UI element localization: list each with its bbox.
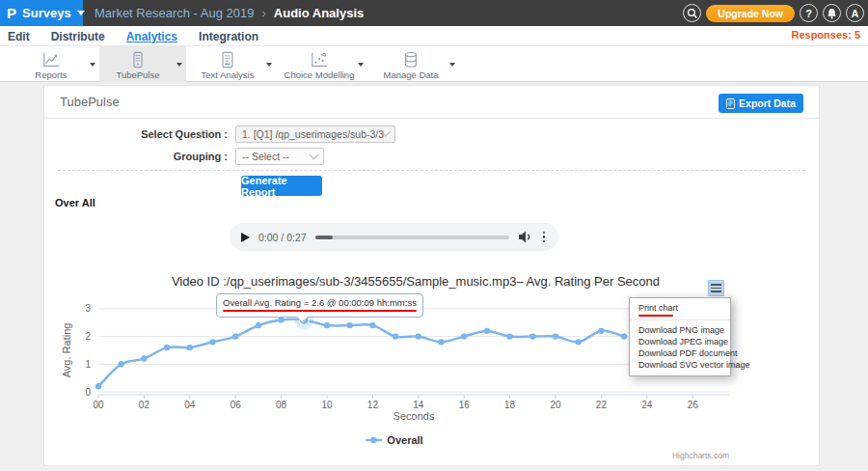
upgrade-now-button[interactable]: Upgrade Now — [706, 5, 795, 22]
svg-text:2: 2 — [85, 331, 91, 342]
svg-text:18: 18 — [504, 400, 516, 410]
seek-bar[interactable] — [315, 236, 509, 239]
toolbar-item-text-analysis[interactable]: Text Analysis — [189, 46, 276, 82]
player-time: 0:00 / 0:27 — [258, 232, 307, 243]
caret-down-icon — [90, 63, 95, 67]
panel-header: TubePulse Export Data — [44, 86, 819, 119]
menu-item-edit[interactable]: Edit — [8, 30, 30, 43]
search-button[interactable] — [683, 4, 701, 22]
caret-down-icon — [358, 63, 364, 67]
red-annotation-underline — [223, 310, 417, 313]
responses-count-badge[interactable]: Responses: 5 — [791, 29, 860, 41]
grouping-label: Grouping : — [44, 148, 228, 165]
toolbar-item-reports[interactable]: Reports — [13, 46, 99, 82]
chart-context-menu-button[interactable] — [708, 280, 724, 296]
svg-text:06: 06 — [231, 400, 242, 410]
menu-item-integration[interactable]: Integration — [199, 30, 258, 43]
top-header-bar: P Surveys Market Research - Aug 2019 › A… — [0, 0, 868, 26]
menu-item-analytics[interactable]: Analytics — [126, 30, 177, 43]
svg-text:3: 3 — [85, 303, 91, 314]
chevron-down-icon — [310, 151, 319, 160]
line-chart-icon — [41, 51, 61, 69]
tubepulse-panel: TubePulse Export Data Select Question : … — [43, 85, 820, 466]
generate-report-button[interactable]: Generate Report — [241, 176, 322, 196]
form-divider — [58, 170, 805, 171]
svg-text:0: 0 — [85, 387, 91, 398]
product-label: Surveys — [22, 6, 71, 20]
svg-text:08: 08 — [276, 400, 287, 410]
bell-icon — [827, 8, 837, 19]
svg-text:02: 02 — [139, 400, 150, 410]
svg-text:22: 22 — [596, 400, 608, 410]
survey-menubar: Edit Distribute Analytics Integration Re… — [0, 26, 868, 46]
search-icon — [687, 8, 698, 19]
grouping-row: Grouping : -- Select -- — [44, 148, 324, 165]
header-actions: Upgrade Now ? A — [683, 0, 864, 26]
context-menu-item[interactable]: Download SVG vector image — [630, 359, 730, 371]
svg-text:24: 24 — [641, 400, 653, 410]
svg-text:14: 14 — [413, 400, 424, 410]
context-menu-item[interactable]: Download JPEG image — [630, 336, 730, 347]
select-question-label: Select Question : — [44, 125, 228, 143]
grouping-select[interactable]: -- Select -- — [235, 148, 324, 165]
toolbar-item-choice-modelling[interactable]: Choice Modelling — [281, 46, 367, 82]
overall-section-label: Over All — [55, 197, 95, 208]
context-menu-item[interactable]: Print chart — [630, 302, 730, 314]
page-title: Audio Analysis — [274, 6, 364, 20]
export-data-button[interactable]: Export Data — [719, 94, 803, 113]
volume-icon[interactable] — [518, 230, 532, 244]
panel-title: TubePulse — [60, 95, 120, 109]
help-button[interactable]: ? — [800, 4, 818, 22]
breadcrumb: Market Research - Aug 2019 › Audio Analy… — [95, 0, 364, 26]
grouping-select-value: -- Select -- — [242, 151, 289, 162]
svg-text:16: 16 — [459, 400, 471, 410]
svg-text:10: 10 — [321, 400, 333, 410]
svg-text:20: 20 — [550, 400, 561, 410]
question-select[interactable]: 1. [Q1] /qp_userimages/sub-3/3455655/S..… — [235, 125, 395, 143]
database-icon — [402, 51, 420, 69]
chevron-down-icon — [77, 11, 85, 15]
product-switcher[interactable]: P Surveys — [0, 0, 83, 26]
toolbar-item-tubepulse[interactable]: TubePulse — [99, 46, 186, 82]
breadcrumb-survey-link[interactable]: Market Research - Aug 2019 — [95, 6, 254, 20]
tubepulse-icon — [129, 51, 147, 69]
questionpro-logo-icon: P — [7, 6, 16, 20]
export-file-icon — [726, 98, 735, 109]
app-window: P Surveys Market Research - Aug 2019 › A… — [0, 0, 868, 471]
question-select-value: 1. [Q1] /qp_userimages/sub-3/3455655/S..… — [242, 128, 384, 140]
context-menu-item[interactable]: Download PDF document — [630, 347, 730, 359]
svg-text:1: 1 — [85, 359, 91, 370]
toolbar-label: Reports — [35, 69, 67, 80]
caret-down-icon — [449, 63, 455, 67]
caret-down-icon — [176, 63, 182, 67]
caret-down-icon — [266, 63, 272, 67]
toolbar-label: Text Analysis — [202, 69, 255, 80]
svg-text:26: 26 — [688, 400, 699, 410]
toolbar-label: Manage Data — [383, 69, 438, 80]
account-avatar[interactable]: A — [846, 4, 864, 22]
scatter-chart-icon — [310, 51, 329, 69]
svg-text:04: 04 — [184, 400, 196, 410]
svg-text:00: 00 — [93, 400, 104, 410]
context-menu-item[interactable]: Download PNG image — [630, 324, 730, 336]
chart-export-menu: Print chartDownload PNG imageDownload JP… — [629, 297, 731, 376]
svg-text:Seconds: Seconds — [393, 410, 435, 422]
toolbar-label: TubePulse — [116, 69, 159, 80]
hamburger-icon — [711, 284, 721, 286]
toolbar-label: Choice Modelling — [285, 69, 355, 80]
text-document-icon — [219, 51, 236, 69]
chart-tooltip: Overall Avg. Rating = 2.6 @ 00:00:09 hh:… — [216, 293, 423, 318]
play-button[interactable] — [241, 233, 250, 242]
svg-text:12: 12 — [367, 400, 379, 410]
toolbar-item-manage-data[interactable]: Manage Data — [372, 46, 459, 82]
chart-tooltip-text: Overall Avg. Rating = 2.6 @ 00:00:09 hh:… — [223, 297, 417, 308]
export-data-label: Export Data — [739, 97, 796, 109]
player-menu-button[interactable] — [541, 230, 548, 245]
audio-player: 0:00 / 0:27 — [230, 223, 558, 251]
menu-item-distribute[interactable]: Distribute — [51, 30, 105, 43]
menu-divider — [630, 319, 730, 320]
highcharts-credits[interactable]: Highcharts.com — [59, 451, 729, 460]
notifications-button[interactable] — [823, 4, 841, 22]
svg-text:Avg. Rating: Avg. Rating — [61, 323, 72, 378]
breadcrumb-separator: › — [261, 6, 265, 20]
